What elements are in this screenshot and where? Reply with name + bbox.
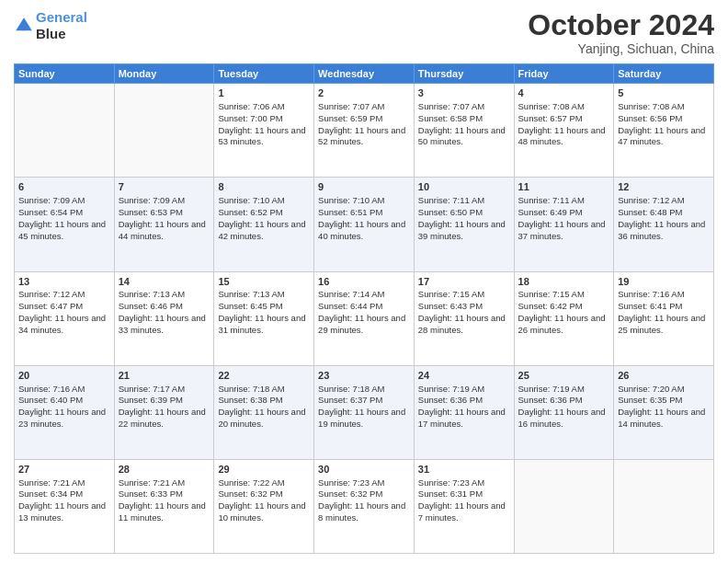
day-info: Daylight: 11 hours and 44 minutes. [119, 219, 210, 243]
day-info: Sunset: 6:38 PM [218, 395, 310, 407]
logo-text: General Blue [36, 9, 87, 42]
day-number: 26 [618, 369, 710, 383]
day-info: Sunrise: 7:21 AM [119, 477, 210, 489]
day-info: Sunset: 6:36 PM [518, 395, 610, 407]
calendar-week-row: 20Sunrise: 7:16 AMSunset: 6:40 PMDayligh… [15, 365, 714, 459]
day-info: Daylight: 11 hours and 37 minutes. [518, 219, 610, 243]
day-info: Sunrise: 7:16 AM [18, 384, 110, 396]
table-row [614, 459, 714, 553]
day-info: Sunrise: 7:08 AM [618, 101, 710, 113]
day-info: Sunrise: 7:21 AM [18, 477, 110, 489]
day-info: Sunrise: 7:13 AM [119, 289, 210, 301]
day-info: Sunset: 6:32 PM [218, 488, 310, 500]
day-info: Daylight: 11 hours and 31 minutes. [218, 313, 310, 337]
day-info: Daylight: 11 hours and 26 minutes. [518, 313, 610, 337]
day-info: Daylight: 11 hours and 34 minutes. [18, 313, 110, 337]
day-info: Sunset: 7:00 PM [218, 113, 310, 125]
day-number: 23 [318, 369, 410, 383]
calendar-week-row: 27Sunrise: 7:21 AMSunset: 6:34 PMDayligh… [15, 459, 714, 553]
table-row: 3Sunrise: 7:07 AMSunset: 6:58 PMDaylight… [414, 84, 514, 178]
location: Yanjing, Sichuan, China [528, 41, 714, 56]
day-info: Sunrise: 7:17 AM [119, 384, 210, 396]
month-title: October 2024 [528, 9, 714, 41]
day-info: Sunset: 6:34 PM [18, 488, 110, 500]
day-info: Daylight: 11 hours and 53 minutes. [218, 125, 310, 149]
day-info: Daylight: 11 hours and 20 minutes. [218, 407, 310, 431]
day-info: Sunset: 6:32 PM [318, 488, 410, 500]
day-info: Sunrise: 7:18 AM [318, 384, 410, 396]
day-info: Sunrise: 7:10 AM [218, 195, 310, 207]
table-row: 29Sunrise: 7:22 AMSunset: 6:32 PMDayligh… [214, 459, 314, 553]
day-info: Sunrise: 7:12 AM [18, 289, 110, 301]
day-info: Sunset: 6:31 PM [418, 488, 510, 500]
day-number: 11 [518, 180, 610, 194]
table-row: 5Sunrise: 7:08 AMSunset: 6:56 PMDaylight… [614, 84, 714, 178]
day-info: Sunrise: 7:07 AM [418, 101, 510, 113]
day-number: 30 [318, 463, 410, 477]
day-info: Sunset: 6:42 PM [518, 301, 610, 313]
day-info: Sunset: 6:47 PM [18, 301, 110, 313]
day-info: Sunrise: 7:09 AM [18, 195, 110, 207]
table-row: 7Sunrise: 7:09 AMSunset: 6:53 PMDaylight… [114, 178, 214, 271]
day-info: Daylight: 11 hours and 39 minutes. [418, 219, 510, 243]
day-info: Sunset: 6:56 PM [618, 113, 710, 125]
day-info: Daylight: 11 hours and 36 minutes. [618, 219, 710, 243]
day-info: Daylight: 11 hours and 7 minutes. [418, 500, 510, 524]
day-info: Sunset: 6:46 PM [119, 301, 210, 313]
day-number: 15 [218, 275, 310, 289]
day-info: Sunrise: 7:20 AM [618, 384, 710, 396]
day-info: Sunrise: 7:16 AM [618, 289, 710, 301]
day-info: Sunset: 6:37 PM [318, 395, 410, 407]
table-row: 14Sunrise: 7:13 AMSunset: 6:46 PMDayligh… [114, 271, 214, 365]
day-info: Sunrise: 7:15 AM [518, 289, 610, 301]
day-info: Sunset: 6:36 PM [418, 395, 510, 407]
day-number: 8 [218, 180, 310, 194]
day-number: 19 [618, 275, 710, 289]
day-number: 1 [218, 86, 310, 100]
day-number: 18 [518, 275, 610, 289]
calendar-week-row: 13Sunrise: 7:12 AMSunset: 6:47 PMDayligh… [15, 271, 714, 365]
day-info: Sunset: 6:43 PM [418, 301, 510, 313]
table-row: 1Sunrise: 7:06 AMSunset: 7:00 PMDaylight… [214, 84, 314, 178]
table-row: 24Sunrise: 7:19 AMSunset: 6:36 PMDayligh… [414, 365, 514, 459]
calendar-table: Sunday Monday Tuesday Wednesday Thursday… [14, 63, 714, 554]
day-info: Sunrise: 7:15 AM [418, 289, 510, 301]
day-info: Sunset: 6:51 PM [318, 207, 410, 219]
day-info: Sunset: 6:57 PM [518, 113, 610, 125]
day-info: Daylight: 11 hours and 19 minutes. [318, 407, 410, 431]
day-info: Sunset: 6:52 PM [218, 207, 310, 219]
day-info: Sunrise: 7:19 AM [518, 384, 610, 396]
day-info: Sunrise: 7:19 AM [418, 384, 510, 396]
title-area: October 2024 Yanjing, Sichuan, China [528, 9, 714, 56]
day-info: Sunrise: 7:06 AM [218, 101, 310, 113]
table-row: 4Sunrise: 7:08 AMSunset: 6:57 PMDaylight… [514, 84, 614, 178]
table-row: 31Sunrise: 7:23 AMSunset: 6:31 PMDayligh… [414, 459, 514, 553]
table-row: 25Sunrise: 7:19 AMSunset: 6:36 PMDayligh… [514, 365, 614, 459]
day-info: Daylight: 11 hours and 50 minutes. [418, 125, 510, 149]
day-number: 10 [418, 180, 510, 194]
table-row [15, 84, 115, 178]
day-number: 16 [318, 275, 410, 289]
day-info: Sunset: 6:40 PM [18, 395, 110, 407]
table-row: 17Sunrise: 7:15 AMSunset: 6:43 PMDayligh… [414, 271, 514, 365]
day-info: Sunset: 6:48 PM [618, 207, 710, 219]
day-number: 9 [318, 180, 410, 194]
table-row: 11Sunrise: 7:11 AMSunset: 6:49 PMDayligh… [514, 178, 614, 271]
col-tuesday: Tuesday [214, 64, 314, 84]
table-row: 18Sunrise: 7:15 AMSunset: 6:42 PMDayligh… [514, 271, 614, 365]
table-row: 19Sunrise: 7:16 AMSunset: 6:41 PMDayligh… [614, 271, 714, 365]
table-row: 26Sunrise: 7:20 AMSunset: 6:35 PMDayligh… [614, 365, 714, 459]
day-info: Sunset: 6:45 PM [218, 301, 310, 313]
day-number: 22 [218, 369, 310, 383]
day-info: Sunset: 6:41 PM [618, 301, 710, 313]
day-number: 13 [18, 275, 110, 289]
table-row: 27Sunrise: 7:21 AMSunset: 6:34 PMDayligh… [15, 459, 115, 553]
day-info: Sunrise: 7:09 AM [119, 195, 210, 207]
table-row: 28Sunrise: 7:21 AMSunset: 6:33 PMDayligh… [114, 459, 214, 553]
day-info: Daylight: 11 hours and 48 minutes. [518, 125, 610, 149]
day-info: Sunset: 6:44 PM [318, 301, 410, 313]
day-info: Daylight: 11 hours and 23 minutes. [18, 407, 110, 431]
table-row [514, 459, 614, 553]
day-info: Daylight: 11 hours and 29 minutes. [318, 313, 410, 337]
day-info: Daylight: 11 hours and 16 minutes. [518, 407, 610, 431]
